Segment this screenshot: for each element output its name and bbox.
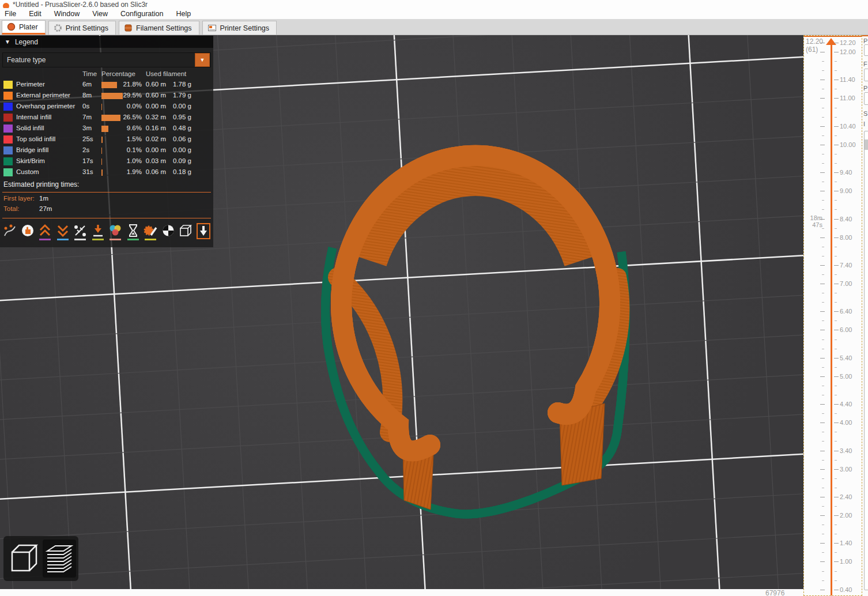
prusaslicer-window: *Untitled - PrusaSlicer-2.6.0 based on S… [0,0,868,596]
view-3d-button[interactable] [7,540,40,578]
legend-column-headers: Time Percentage Used filament [0,70,213,80]
feature-color-swatch [3,92,13,100]
slider-tick [835,135,837,136]
slider-tick [822,108,824,108]
feature-color-swatch [3,81,13,89]
slider-tick [820,311,825,312]
slider-tick [822,182,824,182]
slider-tick [822,367,824,368]
custom-gcode-icon[interactable] [143,223,158,240]
dropdown-arrow-icon[interactable]: ▼ [195,53,210,67]
feature-percentage: 21.8% [113,81,142,88]
menu-configuration[interactable]: Configuration [120,10,163,18]
move-slider-track[interactable]: 67976 [0,589,803,596]
menu-help[interactable]: Help [176,10,191,18]
legend-toggle-icon[interactable] [196,223,211,240]
tab-print-settings[interactable]: Print Settings [48,21,116,35]
slider-tick [822,70,824,71]
color-changes-icon[interactable] [108,223,123,240]
feature-time: 8m [82,92,92,99]
pause-prints-icon[interactable] [126,223,141,240]
slider-tick-label: 11.00 [840,95,855,101]
viewport-3d[interactable]: ▼ Legend Feature type ▼ Time Percentage … [0,35,803,589]
slider-tick-label: 2.40 [840,493,852,500]
slider-tick [834,191,839,191]
slider-tick [820,126,825,127]
legend-panel: ▼ Legend Feature type ▼ Time Percentage … [0,36,213,247]
view-preview-button[interactable] [43,540,76,578]
slider-tick [834,52,839,52]
slider-tick [820,590,825,590]
move-count: 67976 [765,589,784,596]
menu-window[interactable]: Window [54,10,80,18]
tool-changes-icon[interactable] [90,223,105,240]
slider-tick [834,311,839,312]
menu-file[interactable]: File [5,10,16,18]
slider-tick [820,330,825,330]
wipe-icon[interactable] [20,223,35,240]
slider-tick [822,460,824,461]
slider-tick [820,561,825,562]
retractions-icon[interactable] [55,223,70,240]
slider-tick [822,320,824,321]
slider-tick [835,274,837,275]
feature-color-swatch [3,125,13,133]
slider-tick-label: 7.00 [840,280,852,287]
layer-slider-track[interactable] [831,40,832,595]
travels-icon[interactable] [2,223,17,240]
feature-time: 7m [82,114,92,120]
slider-tick [834,145,839,145]
center-of-mass-icon[interactable] [161,223,176,240]
view-mode-switch [3,536,78,581]
slider-tick-label: 9.00 [840,187,852,194]
cube-3d-icon [9,542,39,575]
slider-tick [835,488,837,488]
feature-grams: 0.06 g [167,135,191,142]
feature-grams: 0.95 g [167,114,191,120]
slider-tick [834,126,839,127]
slider-tick [822,534,824,534]
slider-tick-label: 5.40 [840,354,852,361]
feature-label: Overhang perimeter [16,103,75,110]
slider-tick [822,432,824,432]
slider-tick-label: 4.40 [840,401,852,408]
tab-printer-settings[interactable]: Printer Settings [202,21,277,35]
layer-slider-thumb[interactable] [826,38,836,45]
legend-row: Top solid infill25s1.5%0.02 m0.06 g [0,134,213,145]
slider-tick [834,469,839,470]
menu-edit[interactable]: Edit [29,10,41,18]
shells-icon[interactable] [178,223,193,240]
slider-time-marker: 18m 47s [806,214,822,228]
menu-view[interactable]: View [92,10,108,18]
slider-tick [835,293,837,293]
layer-slider-panel: 12.20 (61) 12.2012.0011.4011.0010.4010.0… [803,35,862,596]
percentage-bar [101,137,103,143]
slider-tick [822,89,824,89]
feature-percentage: 0.1% [113,146,142,153]
slider-tick [835,182,837,182]
deretractions-icon[interactable] [37,223,52,240]
seams-icon[interactable] [73,223,88,240]
slider-tick [822,293,824,293]
tab-plater[interactable]: Plater [2,20,46,35]
legend-toolbar [0,221,213,244]
slider-tick [820,237,825,238]
slider-tick [822,552,824,553]
slider-tick [834,358,839,359]
slider-tick [834,497,839,497]
slider-tick [820,145,825,145]
clipped-field-fragment [864,131,868,590]
tab-filament-settings[interactable]: Filament Settings [119,21,199,35]
legend-header[interactable]: ▼ Legend [0,36,213,48]
legend-row: Bridge infill2s0.1%0.00 m0.00 g [0,145,213,156]
slider-tick [820,404,825,405]
feature-percentage: 1.0% [113,157,142,164]
percentage-bar [101,104,102,110]
slider-tick [822,525,824,525]
view-type-dropdown[interactable]: Feature type ▼ [2,52,211,67]
slider-tick [820,191,825,191]
slider-tick [834,43,839,43]
slider-tick [834,172,839,173]
slider-tick [835,478,837,479]
clipped-text-fragment: P [863,37,867,44]
